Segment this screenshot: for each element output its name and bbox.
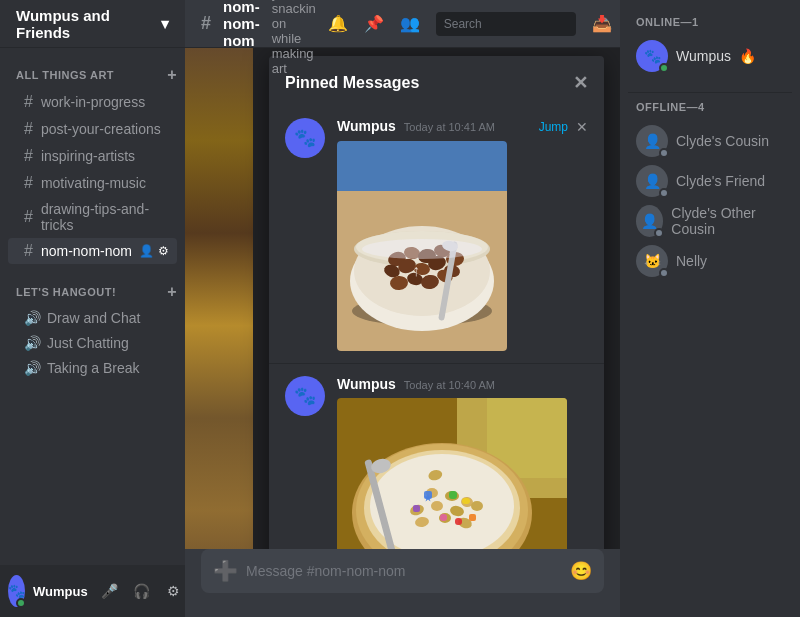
bell-icon[interactable]: 🔔 (328, 14, 348, 33)
member-status-offline-3 (654, 228, 664, 238)
hash-icon: # (24, 120, 33, 138)
channel-inspiring-artists[interactable]: # inspiring-artists (8, 143, 177, 169)
member-status-online (659, 63, 669, 73)
member-avatar-nelly: 🐱 (636, 245, 668, 277)
channel-hash-icon: # (201, 13, 211, 34)
chat-area: 🐾 Wumpu Today at (185, 48, 620, 549)
avatar: 🐾 (8, 575, 25, 607)
sidebar: Wumpus and Friends ▾ ALL THINGS ART + # … (0, 0, 185, 617)
member-clydes-friend[interactable]: 👤 Clyde's Friend (628, 161, 792, 201)
pinned-image-2 (337, 398, 567, 549)
user-settings-icon[interactable]: 👤 (139, 244, 154, 258)
svg-rect-44 (424, 491, 432, 499)
channel-list: ALL THINGS ART + # work-in-progress # po… (0, 48, 185, 565)
member-nelly[interactable]: 🐱 Nelly (628, 241, 792, 281)
bg-image-column (185, 48, 253, 549)
avatar-emoji: 🐾 (8, 583, 25, 599)
section-hangout[interactable]: LET'S HANGOUT! + (0, 265, 185, 305)
member-name-clydes-cousin: Clyde's Cousin (676, 133, 769, 149)
member-wumpus[interactable]: 🐾 Wumpus 🔥 (628, 36, 792, 76)
member-clydes-cousin[interactable]: 👤 Clyde's Cousin (628, 121, 792, 161)
pinned-header: Pinned Messages ✕ (269, 56, 604, 106)
channel-description: foods you're snackin on while making art (272, 0, 316, 76)
channel-active-icons: 👤 ⚙ (139, 244, 169, 258)
add-voice-icon[interactable]: + (167, 283, 177, 301)
svg-text:↑: ↑ (412, 262, 420, 279)
channel-nom-nom-nom[interactable]: # nom-nom-nom 👤 ⚙ (8, 238, 177, 264)
settings-button[interactable]: ⚙ (160, 577, 185, 605)
svg-rect-50 (455, 518, 462, 525)
section-art[interactable]: ALL THINGS ART + (0, 48, 185, 88)
pinned-jump-1[interactable]: Jump (539, 120, 568, 134)
inbox-icon[interactable]: 📥 (592, 14, 612, 33)
svg-rect-46 (440, 514, 447, 521)
hash-icon: # (24, 93, 33, 111)
hash-icon: # (24, 174, 33, 192)
offline-members-section: OFFLINE—4 👤 Clyde's Cousin 👤 Clyde's Fri… (628, 101, 792, 281)
member-avatar-clydes-other-cousin: 👤 (636, 205, 663, 237)
server-chevron: ▾ (161, 15, 169, 33)
emoji-button[interactable]: 😊 (570, 560, 592, 582)
deafen-button[interactable]: 🎧 (128, 577, 156, 605)
add-file-button[interactable]: ➕ (213, 559, 238, 583)
svg-rect-49 (469, 514, 476, 521)
user-area: 🐾 Wumpus 🎤 🎧 ⚙ (0, 565, 185, 617)
member-emoji-wumpus: 🔥 (739, 48, 756, 64)
member-clydes-other-cousin[interactable]: 👤 Clyde's Other Cousin (628, 201, 792, 241)
header-icons: 🔔 📌 👥 🔍 📥 ? (328, 12, 620, 36)
channel-drawing-tips[interactable]: # drawing-tips-and-tricks (8, 197, 177, 237)
member-status-offline-4 (659, 268, 669, 278)
section-hangout-label: LET'S HANGOUT! (16, 286, 116, 298)
members-icon[interactable]: 👥 (400, 14, 420, 33)
voice-draw-label: Draw and Chat (47, 310, 140, 326)
pinned-panel: Pinned Messages ✕ 🐾 Wumpus Today (269, 56, 604, 549)
member-avatar-clydes-cousin: 👤 (636, 125, 668, 157)
channel-work-in-progress[interactable]: # work-in-progress (8, 89, 177, 115)
search-bar[interactable]: 🔍 (436, 12, 576, 36)
bookmark-icon[interactable]: 📌 (364, 14, 384, 33)
offline-members-label: OFFLINE—4 (628, 101, 792, 113)
svg-point-37 (431, 501, 443, 511)
mute-button[interactable]: 🎤 (96, 577, 124, 605)
channel-header-name: nom-nom-nom (223, 0, 260, 49)
gear-icon[interactable]: ⚙ (158, 244, 169, 258)
message-input-area: ➕ 😊 (185, 549, 620, 617)
server-name: Wumpus and Friends (16, 7, 161, 41)
svg-rect-48 (413, 505, 420, 512)
right-sidebar: ONLINE—1 🐾 Wumpus 🔥 OFFLINE—4 👤 Clyde's … (620, 0, 800, 617)
channel-header: # nom-nom-nom foods you're snackin on wh… (185, 0, 620, 48)
voice-just-chatting[interactable]: 🔊 Just Chatting (8, 331, 177, 355)
pinned-dismiss-1[interactable]: ✕ (576, 119, 588, 135)
member-name-clydes-friend: Clyde's Friend (676, 173, 765, 189)
pinned-close-button[interactable]: ✕ (573, 72, 588, 94)
online-members-section: ONLINE—1 🐾 Wumpus 🔥 (628, 16, 792, 76)
message-input-box: ➕ 😊 (201, 549, 604, 593)
message-input[interactable] (246, 563, 562, 579)
status-dot-online (16, 598, 26, 608)
pinned-message-1: 🐾 Wumpus Today at 10:41 AM Jump ✕ (269, 106, 604, 364)
user-info: Wumpus (33, 584, 88, 599)
add-channel-icon[interactable]: + (167, 66, 177, 84)
voice-icon: 🔊 (24, 360, 41, 376)
pinned-title: Pinned Messages (285, 74, 419, 92)
pinned-image-1: ↑ (337, 141, 507, 351)
pinned-time-1: Today at 10:41 AM (404, 121, 495, 133)
channel-motivating-music[interactable]: # motivating-music (8, 170, 177, 196)
pinned-msg-header-2: Wumpus Today at 10:40 AM (337, 376, 588, 392)
svg-point-39 (471, 501, 483, 511)
svg-rect-45 (449, 491, 457, 499)
voice-break-label: Taking a Break (47, 360, 140, 376)
username: Wumpus (33, 584, 88, 599)
section-art-label: ALL THINGS ART (16, 69, 114, 81)
server-header[interactable]: Wumpus and Friends ▾ (0, 0, 185, 48)
member-name-clydes-other-cousin: Clyde's Other Cousin (671, 205, 784, 237)
channel-post-your-creations[interactable]: # post-your-creations (8, 116, 177, 142)
voice-draw-and-chat[interactable]: 🔊 Draw and Chat (8, 306, 177, 330)
members-divider (628, 92, 792, 93)
pinned-overlay: Pinned Messages ✕ 🐾 Wumpus Today (253, 48, 620, 549)
member-status-offline-2 (659, 188, 669, 198)
voice-taking-break[interactable]: 🔊 Taking a Break (8, 356, 177, 380)
main-content: # nom-nom-nom foods you're snackin on wh… (185, 0, 620, 617)
user-controls: 🎤 🎧 ⚙ (96, 577, 185, 605)
search-input[interactable] (444, 17, 594, 31)
